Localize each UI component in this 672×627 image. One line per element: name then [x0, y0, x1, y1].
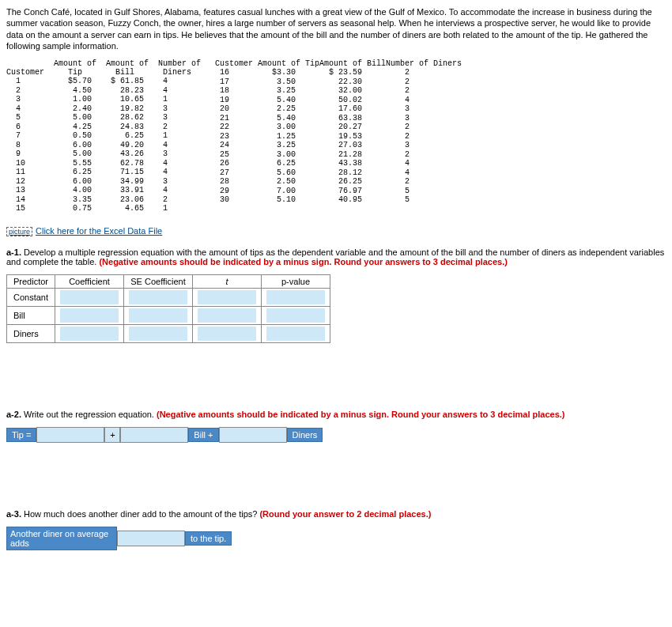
question-a3: a-3. How much does another diner add to …: [6, 509, 666, 550]
eq-intercept-input[interactable]: [36, 427, 104, 443]
eq-diners-coef-input[interactable]: [219, 427, 287, 443]
q-a2-num: a-2.: [6, 410, 21, 419]
eq-plus-input[interactable]: [104, 427, 120, 443]
bill-se-input[interactable]: [129, 308, 187, 323]
bill-coef-input[interactable]: [60, 308, 119, 323]
row-constant-label: Constant: [7, 288, 55, 306]
q-a2-text: Write out the regression equation.: [21, 410, 157, 419]
constant-p-input[interactable]: [266, 290, 325, 304]
q-a3-hint: (Round your answer to 2 decimal places.): [259, 509, 431, 519]
q-a3-num: a-3.: [6, 509, 21, 519]
excel-data-link[interactable]: picture Click here for the Excel Data Fi…: [6, 226, 162, 236]
diners-t-input[interactable]: [198, 327, 256, 341]
diners-p-input[interactable]: [266, 327, 325, 341]
eq-bill-coef-input[interactable]: [120, 427, 188, 443]
q-a1-num: a-1.: [6, 247, 21, 257]
diners-se-input[interactable]: [129, 327, 187, 341]
row-bill-label: Bill: [7, 306, 55, 324]
a3-left-label: Another diner on average adds: [6, 527, 117, 550]
coefficient-table: Predictor Coefficient SE Coefficient t p…: [6, 274, 330, 343]
excel-link-text: Click here for the Excel Data File: [36, 226, 162, 236]
question-a2: a-2. Write out the regression equation. …: [6, 410, 666, 443]
problem-intro: The Conch Café, located in Gulf Shores, …: [6, 6, 666, 51]
tip-label: Tip =: [6, 428, 36, 442]
data-table: Amount of Amount of Number of Customer T…: [6, 59, 666, 213]
a3-right-label: to the tip.: [185, 531, 232, 546]
diners-coef-input[interactable]: [60, 327, 119, 341]
a3-answer-row: Another diner on average adds to the tip…: [6, 527, 666, 550]
table-row: Bill: [7, 306, 330, 324]
bill-t-input[interactable]: [198, 308, 256, 323]
bill-label: Bill +: [188, 428, 218, 442]
q-a2-hint: (Negative amounts should be indicated by…: [157, 410, 565, 419]
th-t: t: [193, 274, 262, 288]
regression-equation: Tip = Bill + Diners: [6, 427, 666, 443]
constant-t-input[interactable]: [198, 290, 256, 304]
q-a1-hint: (Negative amounts should be indicated by…: [99, 257, 508, 266]
diners-label: Diners: [287, 428, 323, 442]
picture-icon: picture: [6, 227, 32, 236]
th-coefficient: Coefficient: [55, 274, 124, 288]
table-row: Diners: [7, 324, 330, 342]
constant-se-input[interactable]: [129, 290, 187, 304]
table-row: Constant: [7, 288, 330, 306]
row-diners-label: Diners: [7, 324, 55, 342]
q-a3-text: How much does another diner add to the a…: [21, 509, 259, 519]
a3-answer-input[interactable]: [117, 531, 185, 546]
th-predictor: Predictor: [7, 274, 55, 288]
th-pvalue: p-value: [262, 274, 330, 288]
bill-p-input[interactable]: [266, 308, 325, 323]
th-se-coefficient: SE Coefficient: [124, 274, 193, 288]
constant-coef-input[interactable]: [60, 290, 119, 304]
question-a1: a-1. Develop a multiple regression equat…: [6, 247, 666, 343]
